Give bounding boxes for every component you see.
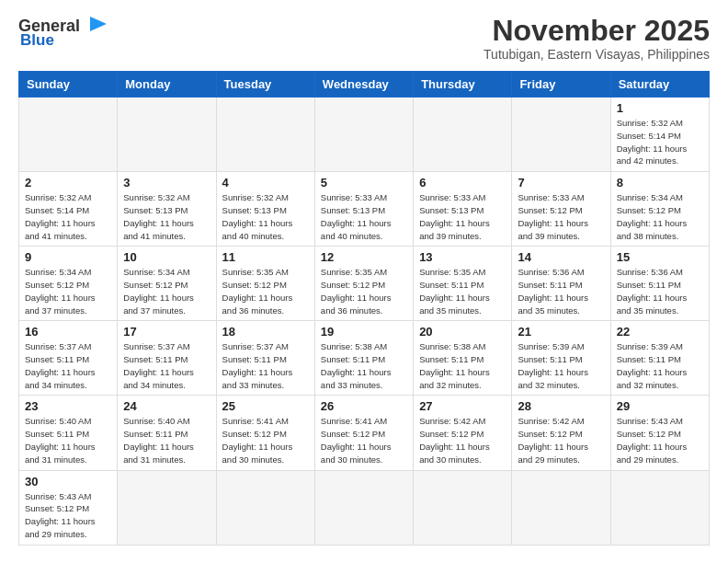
day-info: Sunrise: 5:40 AM Sunset: 5:11 PM Dayligh… [123,415,210,465]
day-info: Sunrise: 5:35 AM Sunset: 5:12 PM Dayligh… [321,266,407,316]
day-cell: 17Sunrise: 5:37 AM Sunset: 5:11 PM Dayli… [118,321,216,396]
day-number: 6 [419,176,506,190]
day-number: 8 [617,176,703,190]
day-number: 2 [25,176,111,190]
day-cell [414,470,512,545]
day-info: Sunrise: 5:37 AM Sunset: 5:11 PM Dayligh… [25,340,111,391]
col-header-wednesday: Wednesday [314,72,413,98]
day-number: 18 [222,325,309,339]
day-cell [118,98,216,172]
day-number: 3 [123,176,210,190]
day-cell: 15Sunrise: 5:36 AM Sunset: 5:11 PM Dayli… [610,247,709,321]
day-number: 24 [123,399,210,413]
day-cell [216,470,314,545]
day-number: 28 [518,399,604,413]
page: General Blue November 2025 Tutubigan, Ea… [0,0,728,555]
day-cell [216,98,314,172]
day-cell: 21Sunrise: 5:39 AM Sunset: 5:11 PM Dayli… [512,321,610,396]
day-cell: 30Sunrise: 5:43 AM Sunset: 5:12 PM Dayli… [19,470,118,545]
day-info: Sunrise: 5:43 AM Sunset: 5:12 PM Dayligh… [25,490,111,541]
day-number: 25 [222,399,309,413]
day-info: Sunrise: 5:32 AM Sunset: 5:14 PM Dayligh… [617,117,703,167]
day-number: 14 [518,250,604,264]
logo-blue: Blue [20,31,54,50]
week-row-3: 9Sunrise: 5:34 AM Sunset: 5:12 PM Daylig… [19,247,710,321]
day-number: 15 [617,250,703,264]
day-info: Sunrise: 5:33 AM Sunset: 5:13 PM Dayligh… [321,191,407,242]
day-info: Sunrise: 5:32 AM Sunset: 5:13 PM Dayligh… [222,191,309,242]
day-info: Sunrise: 5:37 AM Sunset: 5:11 PM Dayligh… [123,340,210,391]
day-number: 9 [25,250,111,264]
day-cell [414,98,512,172]
day-cell: 12Sunrise: 5:35 AM Sunset: 5:12 PM Dayli… [314,247,413,321]
day-info: Sunrise: 5:33 AM Sunset: 5:13 PM Dayligh… [419,191,506,242]
day-info: Sunrise: 5:33 AM Sunset: 5:12 PM Dayligh… [518,191,604,242]
col-header-tuesday: Tuesday [216,72,314,98]
day-info: Sunrise: 5:36 AM Sunset: 5:11 PM Dayligh… [518,266,604,316]
day-cell: 4Sunrise: 5:32 AM Sunset: 5:13 PM Daylig… [216,172,314,247]
day-cell: 5Sunrise: 5:33 AM Sunset: 5:13 PM Daylig… [314,172,413,247]
day-cell [512,470,610,545]
day-number: 7 [518,176,604,190]
day-number: 11 [222,250,309,264]
col-header-saturday: Saturday [610,72,709,98]
day-number: 1 [617,101,703,115]
day-cell: 19Sunrise: 5:38 AM Sunset: 5:11 PM Dayli… [314,321,413,396]
day-info: Sunrise: 5:32 AM Sunset: 5:13 PM Dayligh… [123,191,210,242]
location: Tutubigan, Eastern Visayas, Philippines [483,47,710,62]
week-row-6: 30Sunrise: 5:43 AM Sunset: 5:12 PM Dayli… [19,470,710,545]
col-header-monday: Monday [118,72,216,98]
day-number: 26 [321,399,407,413]
day-info: Sunrise: 5:39 AM Sunset: 5:11 PM Dayligh… [617,340,703,391]
day-cell: 1Sunrise: 5:32 AM Sunset: 5:14 PM Daylig… [610,98,709,172]
week-row-4: 16Sunrise: 5:37 AM Sunset: 5:11 PM Dayli… [19,321,710,396]
day-cell: 25Sunrise: 5:41 AM Sunset: 5:12 PM Dayli… [216,396,314,470]
day-cell [118,470,216,545]
day-info: Sunrise: 5:38 AM Sunset: 5:11 PM Dayligh… [321,340,407,391]
day-cell: 14Sunrise: 5:36 AM Sunset: 5:11 PM Dayli… [512,247,610,321]
day-number: 20 [419,325,506,339]
day-number: 12 [321,250,407,264]
header-row: SundayMondayTuesdayWednesdayThursdayFrid… [19,72,710,98]
day-cell: 23Sunrise: 5:40 AM Sunset: 5:11 PM Dayli… [19,396,118,470]
title-block: November 2025 Tutubigan, Eastern Visayas… [483,15,710,62]
day-cell: 26Sunrise: 5:41 AM Sunset: 5:12 PM Dayli… [314,396,413,470]
day-cell: 18Sunrise: 5:37 AM Sunset: 5:11 PM Dayli… [216,321,314,396]
day-info: Sunrise: 5:43 AM Sunset: 5:12 PM Dayligh… [617,415,703,465]
svg-marker-0 [90,17,107,31]
day-cell: 9Sunrise: 5:34 AM Sunset: 5:12 PM Daylig… [19,247,118,321]
day-info: Sunrise: 5:34 AM Sunset: 5:12 PM Dayligh… [25,266,111,316]
day-info: Sunrise: 5:32 AM Sunset: 5:14 PM Dayligh… [25,191,111,242]
day-cell: 20Sunrise: 5:38 AM Sunset: 5:11 PM Dayli… [414,321,512,396]
day-info: Sunrise: 5:34 AM Sunset: 5:12 PM Dayligh… [123,266,210,316]
day-cell [314,98,413,172]
col-header-friday: Friday [512,72,610,98]
calendar: SundayMondayTuesdayWednesdayThursdayFrid… [18,71,710,545]
day-info: Sunrise: 5:42 AM Sunset: 5:12 PM Dayligh… [419,415,506,465]
day-number: 22 [617,325,703,339]
day-number: 16 [25,325,111,339]
month-title: November 2025 [483,15,710,47]
day-info: Sunrise: 5:39 AM Sunset: 5:11 PM Dayligh… [518,340,604,391]
day-number: 5 [321,176,407,190]
day-cell: 29Sunrise: 5:43 AM Sunset: 5:12 PM Dayli… [610,396,709,470]
day-number: 30 [25,475,111,488]
day-cell [314,470,413,545]
day-number: 29 [617,399,703,413]
day-cell: 24Sunrise: 5:40 AM Sunset: 5:11 PM Dayli… [118,396,216,470]
day-info: Sunrise: 5:40 AM Sunset: 5:11 PM Dayligh… [25,415,111,465]
day-number: 23 [25,399,111,413]
day-cell [610,470,709,545]
logo-icon [83,11,108,37]
day-cell [19,98,118,172]
day-info: Sunrise: 5:35 AM Sunset: 5:12 PM Dayligh… [222,266,309,316]
day-info: Sunrise: 5:38 AM Sunset: 5:11 PM Dayligh… [419,340,506,391]
logo: General Blue [18,15,108,50]
day-info: Sunrise: 5:41 AM Sunset: 5:12 PM Dayligh… [222,415,309,465]
day-number: 21 [518,325,604,339]
day-cell: 10Sunrise: 5:34 AM Sunset: 5:12 PM Dayli… [118,247,216,321]
day-cell: 3Sunrise: 5:32 AM Sunset: 5:13 PM Daylig… [118,172,216,247]
day-cell: 11Sunrise: 5:35 AM Sunset: 5:12 PM Dayli… [216,247,314,321]
day-cell: 2Sunrise: 5:32 AM Sunset: 5:14 PM Daylig… [19,172,118,247]
day-cell: 16Sunrise: 5:37 AM Sunset: 5:11 PM Dayli… [19,321,118,396]
